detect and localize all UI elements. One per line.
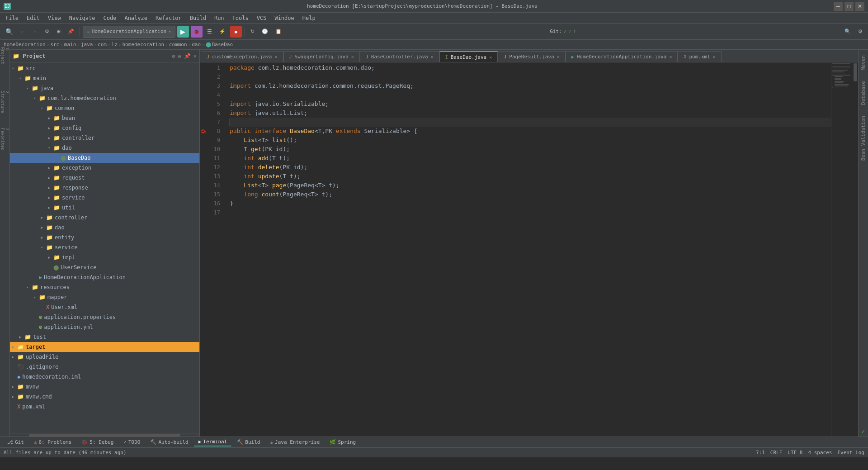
tree-item-bean[interactable]: ▶📁bean xyxy=(10,113,199,123)
menu-run[interactable]: Run xyxy=(211,14,228,22)
stop-button[interactable]: ■ xyxy=(230,26,242,38)
status-encoding[interactable]: UTF-8 xyxy=(788,450,802,456)
tree-item-uploadFile[interactable]: ▶📁uploadFile xyxy=(10,352,199,362)
tree-item-com-lz[interactable]: ▾📁com.lz.homedecoration xyxy=(10,93,199,103)
toolbar-pin-button[interactable]: 📌 xyxy=(65,26,77,38)
status-indent[interactable]: 4 spaces xyxy=(808,450,832,456)
tab-PageResult-java[interactable]: JPageResult.java✕ xyxy=(498,51,565,62)
tree-item-mvnw[interactable]: ▶📁mvnw xyxy=(10,382,199,392)
tree-item-pom-xml[interactable]: Xpom.xml xyxy=(10,402,199,412)
code-content[interactable]: package com.lz.homedecoration.common.dao… xyxy=(224,62,831,437)
tab-close-btn[interactable]: ✕ xyxy=(489,55,492,60)
menu-file[interactable]: File xyxy=(2,14,22,22)
toolbar-history-button[interactable]: 🕐 xyxy=(259,26,271,38)
toolbar-settings2-button[interactable]: ⚙ xyxy=(855,26,865,38)
tab-SwaggerConfig-java[interactable]: JSwaggerConfig.java✕ xyxy=(283,51,360,62)
sidebar-project-icon[interactable]: 1: Project xyxy=(1,52,9,60)
toolbar-back-button[interactable]: ← xyxy=(18,26,28,38)
tab-close-btn[interactable]: ✕ xyxy=(351,54,354,59)
sidebar-structure-icon[interactable]: 2-Structure xyxy=(1,98,9,106)
bottom-tab-git[interactable]: ⎇ Git xyxy=(3,438,28,446)
menu-analyze[interactable]: Analyze xyxy=(121,14,151,22)
tab-BaseDao-java[interactable]: IBaseDao.java✕ xyxy=(439,51,498,62)
menu-tools[interactable]: Tools xyxy=(229,14,252,22)
bottom-tab-autobuild[interactable]: 🔨 Auto-build xyxy=(146,438,193,446)
status-position[interactable]: 7:1 xyxy=(756,450,765,456)
vtab-bean-validation[interactable]: Bean Validation xyxy=(859,112,867,164)
tree-item-target[interactable]: ▶📁target xyxy=(10,342,199,352)
tree-item-entity[interactable]: ▶📁entity xyxy=(10,233,199,242)
project-tree[interactable]: ▾📁src▾📁main▾📁java▾📁com.lz.homedecoration… xyxy=(10,62,199,433)
bottom-tab-spring[interactable]: 🌿 Spring xyxy=(325,438,360,446)
close-button[interactable]: ✕ xyxy=(855,2,864,11)
menu-window[interactable]: Window xyxy=(271,14,297,22)
tab-customException-java[interactable]: JcustomException.java✕ xyxy=(201,51,283,62)
breadcrumb-java[interactable]: java xyxy=(81,42,93,47)
tab-pom-xml[interactable]: Xpom.xml✕ xyxy=(678,51,721,62)
bottom-tab-terminal[interactable]: ▶ Terminal xyxy=(194,438,232,446)
maximize-button[interactable]: □ xyxy=(844,2,854,11)
project-pin-icon[interactable]: 📌 xyxy=(184,53,191,59)
project-close-icon[interactable]: ✕ xyxy=(193,53,197,59)
toolbar-coverage-button[interactable]: ☰ xyxy=(204,26,215,38)
status-line-ending[interactable]: CRLF xyxy=(770,450,783,456)
tree-item-app[interactable]: ▶HomeDecorationApplication xyxy=(10,272,199,282)
breadcrumb-home[interactable]: homeDecoration xyxy=(4,42,46,47)
toolbar-settings-button[interactable]: ⚙ xyxy=(42,26,52,38)
tree-item-mapper[interactable]: ▾📁mapper xyxy=(10,292,199,302)
tree-item-iml[interactable]: ◆homedecoration.iml xyxy=(10,372,199,382)
status-event-log[interactable]: Event Log xyxy=(837,450,864,456)
tree-item-util[interactable]: ▶📁util xyxy=(10,203,199,213)
tree-item-test[interactable]: ▶📁test xyxy=(10,332,199,342)
bottom-tab-todo[interactable]: ✓ TODO xyxy=(119,438,145,446)
tree-item-userservice[interactable]: ⬤UserService xyxy=(10,262,199,272)
tree-item-exception[interactable]: ▶📁exception xyxy=(10,163,199,173)
toolbar-sync-button[interactable]: ⊞ xyxy=(54,26,63,38)
toolbar-profile-button[interactable]: ⚡ xyxy=(217,26,228,38)
menu-view[interactable]: View xyxy=(44,14,65,22)
tree-item-controller-common[interactable]: ▶📁controller xyxy=(10,133,199,143)
breadcrumb-dao[interactable]: dao xyxy=(192,42,201,47)
breadcrumb-main[interactable]: main xyxy=(64,42,76,47)
tab-close-btn[interactable]: ✕ xyxy=(274,54,277,59)
tree-item-main[interactable]: ▾📁main xyxy=(10,73,199,83)
breadcrumb-homedecoration[interactable]: homedecoration xyxy=(122,42,164,47)
bottom-tab-build[interactable]: 🔨 Build xyxy=(232,438,264,446)
breadcrumb-lz[interactable]: lz xyxy=(112,42,118,47)
tree-item-app-yml[interactable]: ⚙application.yml xyxy=(10,322,199,332)
tree-item-impl[interactable]: ▶📁impl xyxy=(10,252,199,262)
toolbar-update-button[interactable]: ↻ xyxy=(248,26,257,38)
run-button[interactable]: ▶ xyxy=(177,26,189,38)
sidebar-favorites-icon[interactable]: 2-Favorites xyxy=(1,135,9,143)
tree-item-response[interactable]: ▶📁response xyxy=(10,183,199,193)
menu-build[interactable]: Build xyxy=(186,14,210,22)
tab-close-btn[interactable]: ✕ xyxy=(713,54,716,59)
tab-HomeDecorationApplication-java[interactable]: ▶HomeDecorationApplication.java✕ xyxy=(566,51,678,62)
tree-item-gitignore[interactable]: ⚫.gitignore xyxy=(10,362,199,372)
tree-item-common[interactable]: ▾📁common xyxy=(10,103,199,113)
bottom-tab-debug[interactable]: 🐞 5: Debug xyxy=(77,438,118,446)
project-expand-icon[interactable]: ⊞ xyxy=(178,53,181,59)
menu-help[interactable]: Help xyxy=(299,14,319,22)
vtab-database[interactable]: Database xyxy=(859,77,867,109)
toolbar-search-everywhere-button[interactable]: 🔍 xyxy=(842,26,854,38)
tree-item-dao[interactable]: ▶📁dao xyxy=(10,223,199,233)
tree-item-controller[interactable]: ▶📁controller xyxy=(10,213,199,223)
minimize-button[interactable]: ─ xyxy=(834,2,843,11)
tree-item-java[interactable]: ▾📁java xyxy=(10,83,199,93)
tree-item-user-xml[interactable]: XUser.xml xyxy=(10,302,199,312)
breadcrumb-common[interactable]: common xyxy=(169,42,187,47)
menu-navigate[interactable]: Navigate xyxy=(66,14,99,22)
tab-BaseController-java[interactable]: JBaseController.java✕ xyxy=(360,51,439,62)
tree-item-service-common[interactable]: ▶📁service xyxy=(10,193,199,203)
vtab-maven[interactable]: Maven xyxy=(859,52,867,74)
breadcrumb-src[interactable]: src xyxy=(50,42,59,47)
toolbar-annotate-button[interactable]: 📋 xyxy=(273,26,284,38)
debug-button[interactable]: 🐞 xyxy=(191,26,203,38)
breadcrumb-com[interactable]: com xyxy=(98,42,107,47)
bottom-tab-problems[interactable]: ⚠ 6: Problems xyxy=(29,438,76,446)
tab-close-btn[interactable]: ✕ xyxy=(669,54,672,59)
menu-code[interactable]: Code xyxy=(100,14,120,22)
tree-item-app-props[interactable]: ⚙application.properties xyxy=(10,312,199,322)
tree-item-config[interactable]: ▶📁config xyxy=(10,123,199,133)
